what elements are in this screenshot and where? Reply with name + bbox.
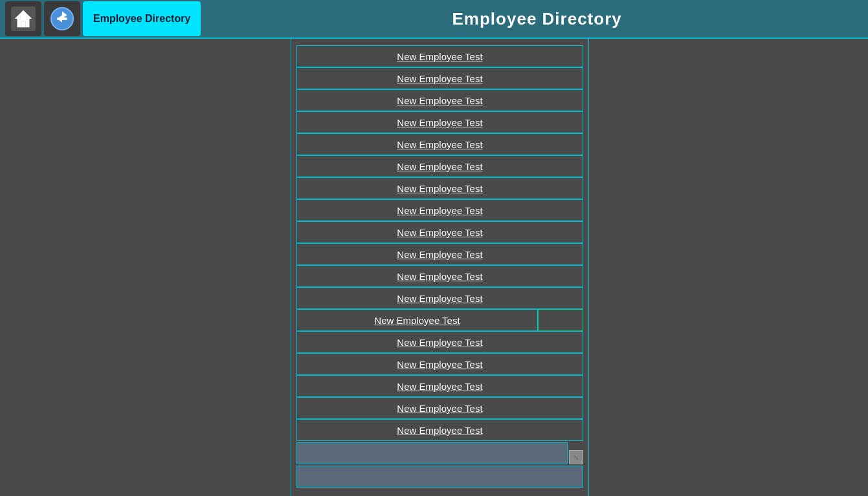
list-item: New Employee Test [296, 353, 583, 375]
empty-input-field[interactable] [296, 442, 568, 464]
main-content: New Employee TestNew Employee TestNew Em… [0, 39, 868, 496]
svg-rect-2 [21, 21, 26, 28]
employee-link[interactable]: New Employee Test [296, 155, 583, 177]
employee-link[interactable]: New Employee Test [296, 397, 583, 419]
list-item: New Employee Test [296, 265, 583, 287]
employee-link[interactable]: New Employee Test [296, 221, 583, 243]
nav-label: Employee Directory [83, 1, 201, 36]
home-icon [11, 6, 36, 31]
empty-row [296, 466, 583, 488]
back-button[interactable] [44, 1, 80, 36]
list-item: New Employee Test [296, 155, 583, 177]
resize-handle[interactable]: ⤡ [569, 450, 583, 464]
home-button[interactable] [5, 1, 41, 36]
employee-link[interactable]: New Employee Test [296, 133, 583, 155]
employee-link[interactable]: New Employee Test [296, 419, 583, 441]
employee-list-panel: New Employee TestNew Employee TestNew Em… [291, 39, 589, 496]
employee-link[interactable]: New Employee Test [296, 287, 583, 309]
employee-link[interactable]: New Employee Test [296, 89, 583, 111]
list-item: New Employee Test [296, 243, 583, 265]
employee-link[interactable]: New Employee Test [296, 265, 583, 287]
list-item: New Employee Test [296, 111, 583, 133]
employee-link[interactable]: New Employee Test [296, 375, 583, 397]
back-icon [50, 6, 74, 31]
list-item: New Employee Test [296, 309, 583, 331]
page-title: Employee Directory [206, 9, 868, 29]
empty-row: ⤡ [296, 442, 583, 464]
list-item: New Employee Test [296, 89, 583, 111]
employee-link[interactable]: New Employee Test [296, 331, 583, 353]
list-item: New Employee Test [296, 133, 583, 155]
list-item: New Employee Test [296, 375, 583, 397]
employee-link[interactable]: New Employee Test [296, 177, 583, 199]
list-item: New Employee Test [296, 397, 583, 419]
employee-link[interactable]: New Employee Test [296, 353, 583, 375]
employee-link[interactable]: New Employee Test [296, 111, 583, 133]
list-item: New Employee Test [296, 287, 583, 309]
list-item: New Employee Test [296, 67, 583, 89]
list-item: New Employee Test [296, 331, 583, 353]
list-item: New Employee Test [296, 199, 583, 221]
list-item: New Employee Test [296, 45, 583, 67]
employee-link[interactable]: New Employee Test [296, 45, 583, 67]
employee-link[interactable]: New Employee Test [296, 243, 583, 265]
right-panel [589, 39, 868, 496]
list-item: New Employee Test [296, 419, 583, 441]
extra-cell [538, 309, 583, 331]
employee-link[interactable]: New Employee Test [296, 199, 583, 221]
left-panel [0, 39, 291, 496]
empty-input-field[interactable] [296, 466, 583, 488]
list-item: New Employee Test [296, 221, 583, 243]
header-left: Employee Directory [0, 1, 206, 36]
header: Employee Directory Employee Directory [0, 0, 868, 39]
employee-link[interactable]: New Employee Test [296, 67, 583, 89]
employee-link[interactable]: New Employee Test [296, 309, 538, 331]
list-item: New Employee Test [296, 177, 583, 199]
